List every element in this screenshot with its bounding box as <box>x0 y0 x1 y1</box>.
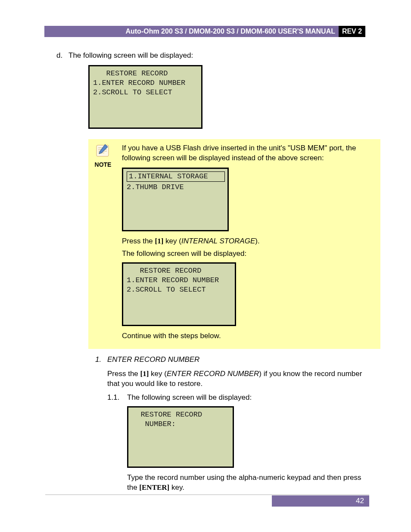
header-rev: REV 2 <box>339 26 365 37</box>
sec1-press-line: Press the [1] key (ENTER RECORD NUMBER) … <box>107 369 370 389</box>
lcd1-line1: RESTORE RECORD <box>93 69 168 78</box>
lcd-screen-1: RESTORE RECORD 1.ENTER RECORD NUMBER 2.S… <box>88 65 202 129</box>
lcd2-line2: 2.THUMB DRIVE <box>127 183 184 191</box>
page: Auto-Ohm 200 S3 / DMOM-200 S3 / DMOM-600… <box>0 0 411 532</box>
step-d: d. The following screen will be displaye… <box>56 51 370 61</box>
substep-num: 1.1. <box>107 393 127 497</box>
note-continue: Continue with the steps below. <box>122 331 374 341</box>
lcd1-line2: 1.ENTER RECORD NUMBER <box>93 79 185 87</box>
lcd3-line3: 2.SCROLL TO SELECT <box>127 286 206 294</box>
step-d-marker: d. <box>56 51 68 61</box>
note-label: NOTE <box>88 161 118 169</box>
type-line: Type the record number using the alpha-n… <box>127 473 370 493</box>
sec1-num: 1. <box>95 355 107 365</box>
step-d-text: The following screen will be displayed: <box>68 51 193 61</box>
note-box: NOTE If you have a USB Flash drive inser… <box>88 139 380 349</box>
note-label-column: NOTE <box>88 143 118 344</box>
substep-content: The following screen will be displayed: … <box>127 393 370 497</box>
key-1b: [1] <box>140 370 149 378</box>
lcd-screen-2: 1.INTERNAL STORAGE 2.THUMB DRIVE <box>122 168 229 231</box>
note-icon <box>88 143 118 158</box>
key-enter: [ENTER] <box>139 483 169 492</box>
lcd-screen-3: RESTORE RECORD 1.ENTER RECORD NUMBER 2.S… <box>122 262 236 326</box>
lcd4-line1: RESTORE RECORD <box>132 411 202 419</box>
page-number: 42 <box>272 495 369 507</box>
lcd1-line3: 2.SCROLL TO SELECT <box>93 88 172 96</box>
lcd4-line2: NUMBER: <box>132 420 176 428</box>
key-1: [1] <box>155 237 164 245</box>
note-intro: If you have a USB Flash drive inserted i… <box>122 143 374 163</box>
header-bar: Auto-Ohm 200 S3 / DMOM-200 S3 / DMOM-600… <box>44 26 365 37</box>
note-following: The following screen will be displayed: <box>122 249 374 259</box>
lcd-screen-4: RESTORE RECORD NUMBER: <box>127 406 234 468</box>
sec1-title: ENTER RECORD NUMBER <box>107 355 199 365</box>
substep-1-1: 1.1. The following screen will be displa… <box>107 393 370 497</box>
note-press-line: Press the [1] key (INTERNAL STORAGE). <box>122 236 374 246</box>
lcd3-line2: 1.ENTER RECORD NUMBER <box>127 276 219 284</box>
internal-storage-option: INTERNAL STORAGE <box>181 237 255 245</box>
content: d. The following screen will be displaye… <box>56 51 370 497</box>
lcd3-line1: RESTORE RECORD <box>127 267 201 275</box>
header-title: Auto-Ohm 200 S3 / DMOM-200 S3 / DMOM-600… <box>44 26 339 37</box>
substep-text: The following screen will be displayed: <box>127 393 370 403</box>
lcd2-line1: 1.INTERNAL STORAGE <box>127 171 225 182</box>
enter-record-number-option: ENTER RECORD NUMBER <box>167 370 259 378</box>
note-body: If you have a USB Flash drive inserted i… <box>122 143 374 344</box>
section-1: 1. ENTER RECORD NUMBER Press the [1] key… <box>95 355 370 498</box>
footer: 42 <box>45 495 369 495</box>
